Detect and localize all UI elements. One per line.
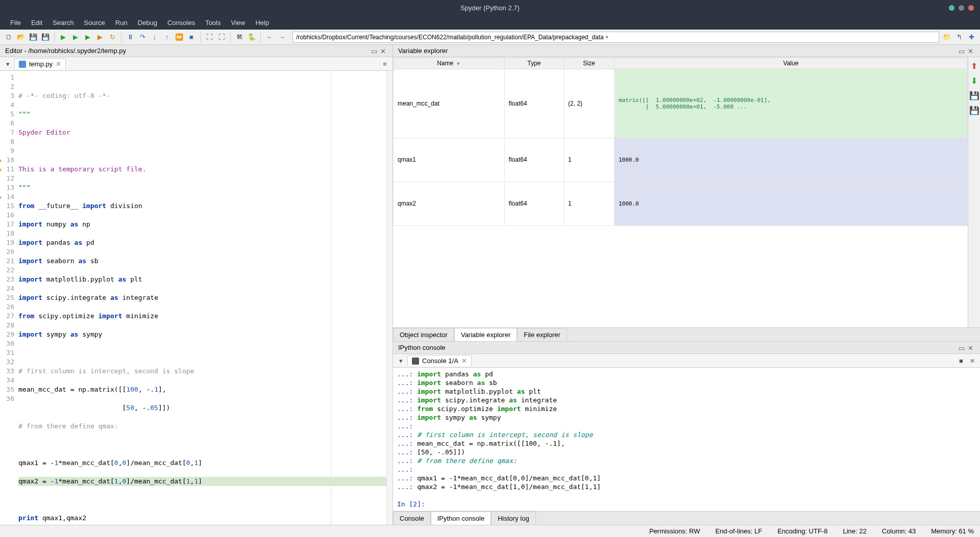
ve-close-icon[interactable]: ✕ bbox=[968, 47, 975, 55]
variable-table[interactable]: Name ▼ Type Size Value mean_mcc_dat floa… bbox=[393, 57, 968, 327]
menu-file[interactable]: File bbox=[5, 17, 26, 29]
python-file-icon bbox=[19, 61, 26, 68]
menu-view[interactable]: View bbox=[226, 17, 251, 29]
status-memory: Memory: 61 % bbox=[931, 527, 974, 535]
table-row[interactable]: qmax2 float64 1 1000.0 bbox=[394, 182, 968, 225]
file-tab-label: temp.py bbox=[29, 60, 53, 68]
run-selection-icon[interactable]: ▶ bbox=[95, 33, 105, 42]
menu-debug[interactable]: Debug bbox=[133, 17, 162, 29]
tab-file-explorer[interactable]: File explorer bbox=[517, 328, 567, 341]
pane-close-icon[interactable]: ✕ bbox=[380, 47, 387, 55]
status-permissions: Permissions: RW bbox=[649, 527, 700, 535]
maximize-pane-icon[interactable]: ⛶ bbox=[205, 33, 214, 42]
run-cell-advance-icon[interactable]: ▶ bbox=[83, 33, 92, 42]
console-stop-icon[interactable]: ■ bbox=[957, 356, 966, 365]
code-editor[interactable]: 123456789 1011121314 1516171819202122 23… bbox=[0, 71, 393, 525]
status-eol: End-of-lines: LF bbox=[715, 527, 762, 535]
run-icon[interactable]: ▶ bbox=[59, 33, 68, 42]
rerun-icon[interactable]: ↻ bbox=[108, 33, 117, 42]
editor-pane-title: Editor - /home/robhicks/.spyder2/temp.py… bbox=[0, 45, 393, 57]
editor-tabs: ▾ temp.py ✕ ≡ bbox=[0, 57, 393, 71]
pythonpath-icon[interactable]: 🐍 bbox=[247, 33, 256, 42]
tab-close-icon[interactable]: ✕ bbox=[56, 60, 61, 68]
step-out-icon[interactable]: ↑ bbox=[162, 33, 172, 42]
working-directory-text: /robhicks/Dropbox/Current/Teaching/cours… bbox=[296, 34, 604, 41]
maximize-button[interactable] bbox=[959, 5, 964, 11]
status-column: Column: 43 bbox=[882, 527, 916, 535]
console-tab-list-icon[interactable]: ▾ bbox=[396, 356, 405, 365]
table-row[interactable]: mean_mcc_dat float64 (2, 2) matrix([[ 1.… bbox=[394, 69, 968, 138]
file-tab-temp[interactable]: temp.py ✕ bbox=[14, 58, 66, 69]
debug-icon[interactable]: ⏸ bbox=[126, 33, 135, 42]
status-bar: Permissions: RW End-of-lines: LF Encodin… bbox=[0, 525, 980, 537]
working-directory-input[interactable]: /robhicks/Dropbox/Current/Teaching/cours… bbox=[292, 32, 939, 43]
console-tab-close-icon[interactable]: ✕ bbox=[461, 357, 467, 365]
save-all-icon[interactable]: 💾 bbox=[41, 33, 50, 42]
new-file-icon[interactable]: 🗋 bbox=[4, 33, 13, 42]
table-row[interactable]: qmax1 float64 1 1000.0 bbox=[394, 138, 968, 182]
save-icon[interactable]: 💾 bbox=[29, 33, 38, 42]
col-size[interactable]: Size bbox=[564, 58, 615, 69]
col-value[interactable]: Value bbox=[614, 58, 967, 69]
main-toolbar: 🗋 📂 💾 💾 ▶ ▶ ▶ ▶ ↻ ⏸ ↷ ↓ ↑ ⏩ ■ ⛶ ⛶ 🛠 🐍 ← … bbox=[0, 30, 980, 45]
variable-explorer-title-bar: Variable explorer ▭ ✕ bbox=[393, 45, 980, 57]
menu-search[interactable]: Search bbox=[47, 17, 79, 29]
console-output[interactable]: ...: import pandas as pd ...: import sea… bbox=[393, 368, 980, 511]
console-title-bar: IPython console ▭ ✕ bbox=[393, 342, 980, 354]
tab-variable-explorer[interactable]: Variable explorer bbox=[454, 328, 517, 341]
tab-object-inspector[interactable]: Object inspector bbox=[393, 328, 454, 341]
close-button[interactable] bbox=[968, 5, 974, 11]
step-into-icon[interactable]: ↓ bbox=[150, 33, 159, 42]
save-data-as-icon[interactable]: 💾 bbox=[969, 106, 979, 115]
tab-ipython-console[interactable]: IPython console bbox=[431, 512, 492, 525]
ve-options-icon[interactable]: ▭ bbox=[959, 47, 966, 55]
workspace: Editor - /home/robhicks/.spyder2/temp.py… bbox=[0, 45, 980, 525]
parent-dir-icon[interactable]: ↰ bbox=[954, 33, 964, 42]
import-data-icon[interactable]: ⬆ bbox=[971, 61, 977, 71]
menu-run[interactable]: Run bbox=[110, 17, 133, 29]
tab-history-log[interactable]: History log bbox=[491, 512, 535, 525]
run-cell-icon[interactable]: ▶ bbox=[71, 33, 80, 42]
preferences-icon[interactable]: 🛠 bbox=[235, 33, 244, 42]
fullscreen-icon[interactable]: ⛶ bbox=[217, 33, 226, 42]
forward-icon[interactable]: → bbox=[277, 33, 286, 42]
open-file-icon[interactable]: 📂 bbox=[16, 33, 26, 42]
minimize-button[interactable] bbox=[949, 5, 954, 11]
continue-icon[interactable]: ⏩ bbox=[175, 33, 184, 42]
console-bottom-tabs: Console IPython console History log bbox=[393, 511, 980, 525]
pane-options-icon[interactable]: ▭ bbox=[371, 47, 378, 55]
ve-side-toolbar: ⬆ ⬇ 💾 💾 bbox=[968, 57, 980, 327]
console-options-icon[interactable]: ▭ bbox=[959, 344, 966, 351]
menu-help[interactable]: Help bbox=[250, 17, 274, 29]
col-type[interactable]: Type bbox=[504, 58, 564, 69]
variable-explorer-pane: Variable explorer ▭ ✕ Name ▼ Type Size V… bbox=[393, 45, 980, 341]
path-dropdown-icon[interactable]: ▼ bbox=[605, 35, 609, 40]
right-pane-tabs: Object inspector Variable explorer File … bbox=[393, 327, 980, 341]
console-tab[interactable]: Console 1/A ✕ bbox=[407, 355, 472, 366]
back-icon[interactable]: ← bbox=[265, 33, 274, 42]
tab-list-icon[interactable]: ▾ bbox=[3, 59, 12, 68]
code-content: # -*- coding: utf-8 -*- """ Spyder Edito… bbox=[16, 71, 386, 525]
title-bar: Spyder (Python 2.7) bbox=[0, 0, 980, 15]
browse-folder-icon[interactable]: 📁 bbox=[942, 33, 951, 42]
editor-options-icon[interactable]: ≡ bbox=[380, 59, 389, 68]
menu-bar: File Edit Search Source Run Debug Consol… bbox=[0, 15, 980, 30]
menu-source[interactable]: Source bbox=[79, 17, 110, 29]
step-icon[interactable]: ↷ bbox=[138, 33, 147, 42]
menu-tools[interactable]: Tools bbox=[200, 17, 226, 29]
window-controls bbox=[949, 5, 974, 11]
console-tabs: ▾ Console 1/A ✕ ■ ≡ bbox=[393, 354, 980, 368]
tab-console[interactable]: Console bbox=[393, 512, 431, 525]
col-name[interactable]: Name ▼ bbox=[394, 58, 505, 69]
console-menu-icon[interactable]: ≡ bbox=[968, 356, 977, 365]
export-data-icon[interactable]: ⬇ bbox=[971, 76, 977, 86]
menu-consoles[interactable]: Consoles bbox=[162, 17, 200, 29]
console-close-icon[interactable]: ✕ bbox=[968, 344, 975, 351]
stop-debug-icon[interactable]: ■ bbox=[187, 33, 196, 42]
add-path-icon[interactable]: ✚ bbox=[967, 33, 976, 42]
menu-edit[interactable]: Edit bbox=[26, 17, 47, 29]
line-number-gutter: 123456789 1011121314 1516171819202122 23… bbox=[0, 71, 16, 525]
status-line: Line: 22 bbox=[843, 527, 866, 535]
save-data-icon[interactable]: 💾 bbox=[969, 91, 979, 100]
editor-scrollbar[interactable] bbox=[386, 71, 393, 525]
